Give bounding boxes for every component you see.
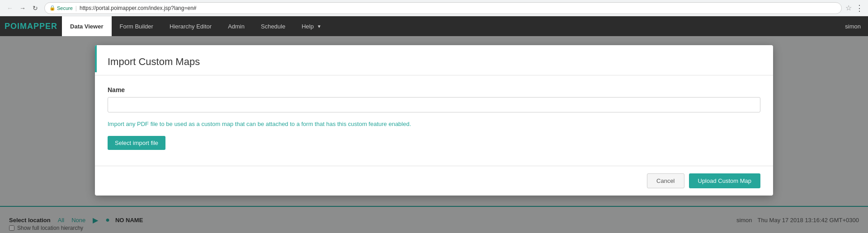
modal-title: Import Custom Maps	[108, 56, 760, 68]
nav-tabs: Data Viewer Form Builder Hierarchy Edito…	[62, 16, 330, 36]
help-chevron-icon: ▼	[317, 24, 321, 29]
browser-menu-icon[interactable]: ⋮	[855, 3, 863, 13]
background-content: Import Custom Maps Name Import any PDF f…	[0, 36, 868, 233]
back-button[interactable]: ←	[5, 3, 15, 14]
address-url: https://portal.poimapper.com/index.jsp?l…	[80, 5, 197, 11]
modal-overlay: Import Custom Maps Name Import any PDF f…	[0, 36, 868, 233]
nav-tab-form-builder[interactable]: Form Builder	[112, 16, 161, 36]
select-import-file-button[interactable]: Select import file	[108, 136, 165, 150]
upload-custom-map-button[interactable]: Upload Custom Map	[689, 173, 761, 188]
modal-header: Import Custom Maps	[95, 45, 773, 75]
browser-nav-buttons: ← → ↻	[5, 3, 41, 14]
nav-tab-schedule[interactable]: Schedule	[253, 16, 293, 36]
logo-text: POI	[5, 22, 20, 31]
nav-tab-admin[interactable]: Admin	[220, 16, 253, 36]
user-label: simon	[845, 23, 868, 30]
address-separator: |	[75, 5, 77, 11]
lock-icon: 🔒	[49, 5, 56, 11]
logo-accent: MAPPER	[20, 22, 57, 31]
reload-button[interactable]: ↻	[30, 3, 41, 14]
bookmark-icon[interactable]: ☆	[845, 4, 852, 12]
nav-tab-data-viewer[interactable]: Data Viewer	[62, 16, 111, 36]
name-input[interactable]	[108, 97, 760, 112]
browser-right-icons: ☆ ⋮	[845, 3, 863, 13]
forward-button[interactable]: →	[17, 3, 28, 14]
modal-footer: Cancel Upload Custom Map	[95, 166, 773, 196]
app-logo: POIMAPPER	[5, 22, 57, 31]
address-bar[interactable]: 🔒 Secure | https://portal.poimapper.com/…	[44, 2, 842, 14]
modal-dialog: Import Custom Maps Name Import any PDF f…	[95, 45, 773, 196]
secure-badge: 🔒 Secure	[49, 5, 73, 11]
secure-label: Secure	[57, 5, 73, 11]
help-text: Import any PDF file to be used as a cust…	[108, 120, 760, 129]
modal-accent-bar	[95, 45, 97, 72]
nav-tab-hierarchy-editor[interactable]: Hierarchy Editor	[161, 16, 220, 36]
app-navbar: POIMAPPER Data Viewer Form Builder Hiera…	[0, 16, 868, 36]
name-field-label: Name	[108, 86, 760, 93]
browser-chrome: ← → ↻ 🔒 Secure | https://portal.poimappe…	[0, 0, 868, 16]
cancel-button[interactable]: Cancel	[647, 173, 684, 188]
modal-body: Name Import any PDF file to be used as a…	[95, 75, 773, 166]
nav-tab-help[interactable]: Help ▼	[293, 16, 330, 36]
